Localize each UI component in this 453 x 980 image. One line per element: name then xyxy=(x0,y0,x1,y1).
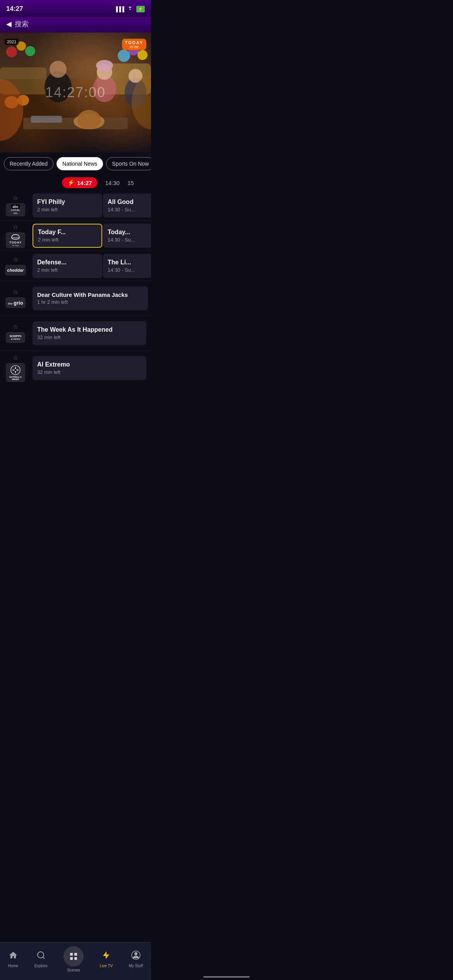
channel-logo-abc-local: abc LOCAL ISH xyxy=(6,203,25,216)
program-today-f[interactable]: Today F... 2 min left xyxy=(33,224,102,248)
channel-logo-cheddar: cheddar xyxy=(5,265,26,276)
program-title: Today... xyxy=(108,229,151,236)
star-thegrio[interactable]: ☆ xyxy=(13,288,18,296)
svg-point-27 xyxy=(14,369,17,371)
program-today-next[interactable]: Today... 14:30 - Su... xyxy=(103,224,151,248)
tab-sports-on-now[interactable]: Sports On Now xyxy=(106,157,151,170)
program-meta: 32 min left xyxy=(37,369,142,375)
epg-guide: ⚡ 14:27 14:30 15 ☆ abc LOCAL ISH FYI xyxy=(0,175,151,389)
epg-row-scripps: ☆ SCRIPPS ▰ NEWS The Week As It Happened… xyxy=(0,316,151,351)
program-fyi-philly[interactable]: FYI Philly 2 min left xyxy=(33,194,102,218)
program-meta: 2 min left xyxy=(37,267,98,273)
program-title: The Week As It Happened xyxy=(37,326,142,333)
epg-programs-abc-local: FYI Philly 2 min left All Good 14:30 - S… xyxy=(31,190,151,220)
hero-video[interactable]: 2021 14:27:00 TODAY all day xyxy=(0,33,151,152)
hero-timestamp: 14:27:00 xyxy=(45,84,106,101)
program-al-extremo[interactable]: Al Extremo 32 min left xyxy=(33,356,146,380)
epg-programs-cheddar: Defense... 2 min left The Li... 14:30 - … xyxy=(31,251,151,281)
program-title: FYI Philly xyxy=(37,199,98,206)
wifi-icon xyxy=(126,5,134,12)
signal-icon: ▐▐▐ xyxy=(114,6,124,12)
star-today[interactable]: ☆ xyxy=(13,223,18,231)
epg-programs-today: Today F... 2 min left Today... 14:30 - S… xyxy=(31,221,151,250)
status-icons: ▐▐▐ ⚡ xyxy=(114,5,145,12)
epg-time-bar: ⚡ 14:27 14:30 15 xyxy=(0,175,151,190)
search-bar: ◀ 搜索 xyxy=(0,17,151,33)
program-meta: 2 min left xyxy=(37,207,98,212)
epg-rows: ☆ abc LOCAL ISH FYI Philly 2 min left Al… xyxy=(0,190,151,389)
epg-row-thegrio: ☆ the grio Dear Culture With Panama Jack… xyxy=(0,281,151,316)
tab-recently-added[interactable]: Recently Added xyxy=(4,157,53,170)
program-dear-culture[interactable]: Dear Culture With Panama Jacks 1 hr 2 mi… xyxy=(33,286,148,310)
epg-now-time: 14:27 xyxy=(77,180,92,186)
epg-row-estrella: ☆ ESTRELLANEWS Al Extremo xyxy=(0,351,151,385)
program-defense[interactable]: Defense... 2 min left xyxy=(33,254,102,278)
svg-point-15 xyxy=(6,46,17,57)
program-week-happened[interactable]: The Week As It Happened 32 min left xyxy=(33,321,146,345)
filter-tabs: Recently Added National News Sports On N… xyxy=(0,152,151,175)
svg-point-7 xyxy=(77,110,101,129)
battery-icon: ⚡ xyxy=(136,6,145,12)
lightning-icon: ⚡ xyxy=(67,179,75,186)
epg-later-time: 14:30 xyxy=(105,180,120,186)
epg-now-time-badge: ⚡ 14:27 xyxy=(62,177,97,188)
star-cheddar[interactable]: ☆ xyxy=(13,256,18,263)
program-meta: 32 min left xyxy=(37,334,142,340)
program-title: Dear Culture With Panama Jacks xyxy=(37,291,143,298)
epg-row-abc-local: ☆ abc LOCAL ISH FYI Philly 2 min left Al… xyxy=(0,190,151,221)
hero-channel-logo: TODAY all day xyxy=(122,39,146,50)
channel-side-cheddar: ☆ cheddar xyxy=(0,251,31,281)
channel-logo-thegrio: the grio xyxy=(5,297,25,308)
star-abc-local[interactable]: ☆ xyxy=(13,194,18,202)
status-bar: 14:27 ▐▐▐ ⚡ xyxy=(0,0,151,17)
epg-programs-scripps: The Week As It Happened 32 min left xyxy=(31,316,151,350)
status-time: 14:27 xyxy=(6,5,23,13)
svg-point-9 xyxy=(50,61,67,78)
back-button[interactable]: ◀ xyxy=(6,20,12,28)
program-title: Al Extremo xyxy=(37,361,142,368)
program-meta: 2 min left xyxy=(38,237,97,243)
program-meta: 1 hr 2 min left xyxy=(37,299,143,305)
program-title: Today F... xyxy=(38,229,97,236)
star-scripps[interactable]: ☆ xyxy=(13,323,18,331)
channel-side-thegrio: ☆ the grio xyxy=(0,281,31,315)
program-title: All Good xyxy=(108,199,151,206)
search-label[interactable]: 搜索 xyxy=(15,19,29,29)
epg-programs-thegrio: Dear Culture With Panama Jacks 1 hr 2 mi… xyxy=(31,281,151,315)
star-estrella[interactable]: ☆ xyxy=(13,354,18,362)
svg-point-20 xyxy=(137,50,148,60)
svg-point-17 xyxy=(25,46,35,56)
program-title: The Li... xyxy=(108,259,151,266)
program-meta: 14:30 - Su... xyxy=(108,267,151,273)
svg-point-18 xyxy=(118,50,130,62)
epg-row-cheddar: ☆ cheddar Defense... 2 min left The Li..… xyxy=(0,251,151,281)
program-meta: 14:30 - Su... xyxy=(108,207,151,212)
svg-point-12 xyxy=(96,60,113,71)
channel-side-scripps: ☆ SCRIPPS ▰ NEWS xyxy=(0,316,31,350)
epg-programs-estrella: Al Extremo 32 min left xyxy=(31,351,151,385)
channel-logo-today: TODAY all day xyxy=(6,232,25,248)
program-meta: 14:30 - Su... xyxy=(108,237,151,243)
channel-logo-scripps: SCRIPPS ▰ NEWS xyxy=(6,332,25,343)
channel-side-today: ☆ TODAY all day xyxy=(0,221,31,250)
channel-side-abc-local: ☆ abc LOCAL ISH xyxy=(0,190,31,220)
program-title: Defense... xyxy=(37,259,98,266)
epg-row-today: ☆ TODAY all day xyxy=(0,221,151,251)
svg-rect-23 xyxy=(31,116,62,123)
channel-side-estrella: ☆ ESTRELLANEWS xyxy=(0,351,31,385)
epg-far-time: 15 xyxy=(127,180,134,186)
channel-logo-estrella: ESTRELLANEWS xyxy=(6,363,25,382)
program-all-good[interactable]: All Good 14:30 - Su... xyxy=(103,194,151,218)
hero-year-badge: 2021 xyxy=(5,39,19,45)
tab-national-news[interactable]: National News xyxy=(57,157,103,170)
program-the-li[interactable]: The Li... 14:30 - Su... xyxy=(103,254,151,278)
